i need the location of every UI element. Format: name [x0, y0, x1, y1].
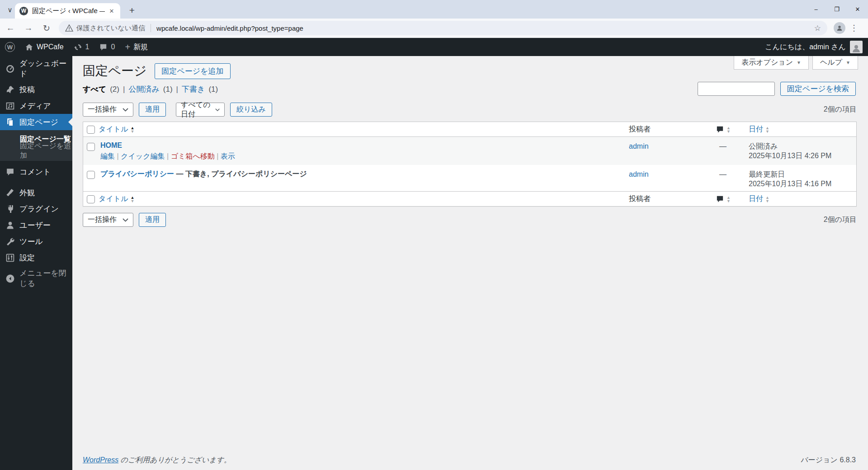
menu-separator	[0, 180, 72, 184]
bulk-action-select[interactable]: 一括操作	[83, 103, 133, 117]
update-count: 1	[85, 43, 90, 51]
filter-draft-link[interactable]: 下書き	[182, 84, 205, 94]
row-actions: 編集 | クイック編集 | ゴミ箱へ移動 | 表示	[100, 152, 629, 161]
sort-by-title-link[interactable]: タイトル ▲▼	[99, 125, 134, 134]
trash-link[interactable]: ゴミ箱へ移動	[171, 152, 215, 160]
comment-count-cell: —	[715, 165, 749, 179]
wordpress-favicon-icon: W	[19, 7, 28, 15]
author-link[interactable]: admin	[629, 142, 649, 150]
media-icon	[5, 101, 15, 111]
footer-thanks-text: のご利用ありがとうございます。	[118, 456, 231, 464]
search-pages-button[interactable]: 固定ページを検索	[780, 82, 856, 96]
browser-menu-icon[interactable]: ⋮	[850, 23, 858, 33]
updates-menu[interactable]: 1	[69, 38, 94, 56]
collapse-menu-button[interactable]: メニューを閉じる	[0, 270, 72, 287]
sidebar-item-posts[interactable]: 投稿	[0, 81, 72, 98]
page-title-link[interactable]: プライバシーポリシー	[100, 170, 174, 178]
forward-button[interactable]: →	[21, 20, 36, 36]
view-link[interactable]: 表示	[221, 152, 235, 160]
date-filter-select[interactable]: すべての日付	[176, 103, 225, 117]
chevron-down-icon: ▼	[797, 60, 801, 65]
sidebar-item-comments[interactable]: コメント	[0, 164, 72, 180]
sort-by-date-link[interactable]: 日付 ▲▼	[749, 125, 769, 134]
sidebar-item-appearance[interactable]: 外観	[0, 184, 72, 201]
window-close-button[interactable]: ✕	[847, 0, 868, 19]
help-button[interactable]: ヘルプ ▼	[812, 56, 858, 70]
column-header-author: 投稿者	[629, 125, 651, 134]
select-all-checkbox[interactable]	[87, 195, 95, 203]
sidebar-item-label: 固定ページ	[19, 117, 58, 127]
column-header-date: 日付	[749, 194, 763, 204]
filter-separator: |	[176, 85, 178, 94]
quick-edit-link[interactable]: クイック編集	[121, 152, 165, 160]
browser-profile-avatar[interactable]	[834, 22, 845, 34]
sort-by-comments-link[interactable]: ▲▼	[716, 195, 731, 203]
wp-logo-menu[interactable]: W	[0, 38, 20, 56]
new-content-menu[interactable]: + 新規	[120, 38, 153, 56]
sort-by-title-link[interactable]: タイトル ▲▼	[99, 194, 134, 204]
address-bar[interactable]: 保護されていない通信 wpcafe.local/wp-admin/edit.ph…	[59, 21, 827, 35]
reload-button[interactable]: ↻	[39, 20, 54, 36]
row-checkbox[interactable]	[87, 171, 95, 179]
apply-button[interactable]: 適用	[139, 213, 166, 227]
screen-options-button[interactable]: 表示オプション ▼	[734, 56, 809, 70]
row-checkbox[interactable]	[87, 143, 95, 151]
user-avatar[interactable]	[850, 41, 863, 53]
sidebar-item-pages-add[interactable]: 固定ページを追加	[0, 145, 72, 156]
sidebar-item-settings[interactable]: 設定	[0, 249, 72, 266]
sort-arrows-icon: ▲▼	[131, 126, 135, 133]
filter-all-link[interactable]: すべて	[83, 84, 106, 94]
comments-menu[interactable]: 0	[94, 38, 120, 56]
tab-close-icon[interactable]: ✕	[108, 7, 116, 15]
filter-count: (1)	[163, 85, 173, 94]
search-input[interactable]	[698, 82, 775, 96]
row-date: 2025年10月13日 4:16 PM	[749, 179, 856, 188]
row-status: 公開済み	[749, 141, 856, 151]
back-button[interactable]: ←	[3, 20, 18, 36]
select-all-checkbox[interactable]	[87, 126, 95, 134]
sort-by-date-link[interactable]: 日付 ▲▼	[749, 194, 769, 204]
bookmark-star-icon[interactable]: ☆	[814, 24, 821, 33]
pages-list-table: タイトル ▲▼ 投稿者 ▲▼ 日付 ▲▼ HOME	[83, 122, 857, 207]
comment-bubble-icon	[716, 195, 724, 203]
browser-tab[interactable]: W 固定ページ ‹ WPCafe — WordPre ✕	[15, 3, 120, 19]
select-chevron-icon	[215, 108, 220, 112]
wordpress-link[interactable]: WordPress	[83, 456, 118, 464]
new-tab-button[interactable]: +	[126, 4, 138, 17]
window-maximize-button[interactable]: ❐	[826, 0, 847, 19]
page-title-link[interactable]: HOME	[100, 141, 122, 149]
sidebar-item-dashboard[interactable]: ダッシュボード	[0, 61, 72, 77]
column-header-author: 投稿者	[629, 194, 651, 204]
window-minimize-button[interactable]: –	[806, 0, 826, 19]
column-header-title: タイトル	[99, 125, 128, 134]
items-count: 2個の項目	[824, 215, 857, 225]
greeting-text[interactable]: こんにちは、admin さん	[765, 42, 846, 52]
add-page-button[interactable]: 固定ページを追加	[155, 63, 230, 79]
sidebar-item-plugins[interactable]: プラグイン	[0, 201, 72, 217]
status-filter-links: すべて (2) | 公開済み (1) | 下書き (1)	[83, 84, 218, 94]
date-cell: 公開済み 2025年10月13日 4:26 PM	[749, 137, 856, 160]
post-state: — 下書き, プライバシーポリシーページ	[174, 170, 307, 178]
edit-link[interactable]: 編集	[100, 152, 115, 160]
sidebar-item-label: プラグイン	[19, 204, 59, 214]
settings-sliders-icon	[5, 253, 15, 263]
filter-button[interactable]: 絞り込み	[230, 103, 272, 117]
security-label[interactable]: 保護されていない通信	[76, 24, 145, 33]
sidebar-item-tools[interactable]: ツール	[0, 233, 72, 249]
tab-search-button[interactable]: ∨	[4, 5, 16, 15]
site-name-menu[interactable]: WPCafe	[20, 38, 69, 56]
sidebar-item-users[interactable]: ユーザー	[0, 217, 72, 233]
wp-admin-bar: W WPCafe 1 0 + 新規 こんにちは、admin さん	[0, 38, 868, 56]
filter-label: すべて	[83, 85, 106, 94]
author-link[interactable]: admin	[629, 170, 649, 178]
sidebar-item-media[interactable]: メディア	[0, 98, 72, 114]
url-text[interactable]: wpcafe.local/wp-admin/edit.php?post_type…	[156, 24, 811, 32]
filter-published-link[interactable]: 公開済み	[128, 84, 159, 94]
site-name: WPCafe	[37, 43, 64, 51]
sort-arrows-icon: ▲▼	[726, 126, 731, 133]
apply-button[interactable]: 適用	[139, 103, 166, 117]
sort-arrows-icon: ▲▼	[765, 126, 769, 133]
bulk-action-select[interactable]: 一括操作	[83, 213, 133, 227]
sort-by-comments-link[interactable]: ▲▼	[716, 125, 731, 134]
sidebar-item-pages[interactable]: 固定ページ	[0, 114, 72, 130]
